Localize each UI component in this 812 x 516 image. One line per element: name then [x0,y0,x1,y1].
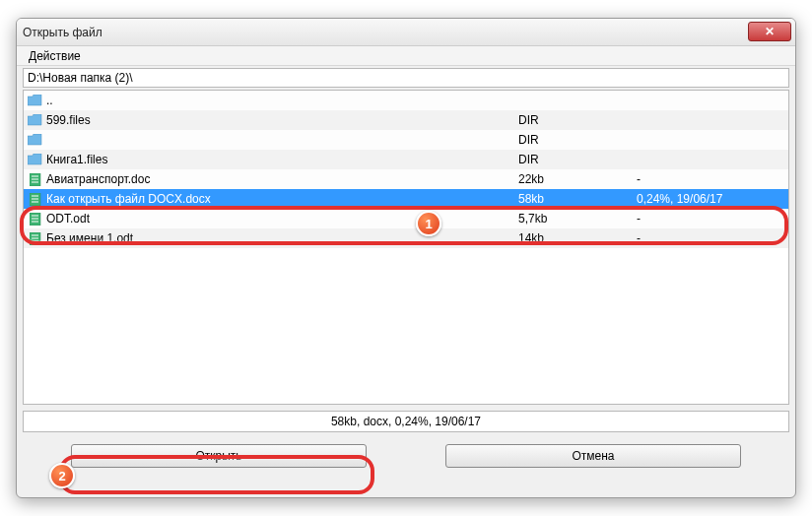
file-date: - [637,231,784,245]
window-title: Открыть файл [23,26,102,39]
file-name: Как открыть файл DOCX.docx [46,192,518,206]
document-icon [28,173,42,186]
file-size: DIR [518,113,637,127]
file-date: - [637,172,784,186]
open-button-label: Открыть [195,449,241,463]
path-text: D:\Новая папка (2)\ [28,71,133,85]
menu-action[interactable]: Действие [23,48,87,64]
file-date: 0,24%, 19/06/17 [637,192,784,206]
document-icon [28,232,42,245]
titlebar: Открыть файл ✕ [17,19,795,46]
close-button[interactable]: ✕ [748,22,791,41]
folder-icon [28,114,42,127]
path-input[interactable]: D:\Новая папка (2)\ [23,68,789,88]
file-name: 599.files [46,113,518,127]
dialog-window: Открыть файл ✕ Действие D:\Новая папка (… [16,18,796,498]
file-size: 22kb [518,172,637,186]
file-row[interactable]: .. [24,91,788,110]
file-row[interactable]: Как открыть файл DOCX.docx58kb0,24%, 19/… [24,189,788,209]
file-row[interactable]: Книга1.filesDIR [24,150,788,169]
file-row[interactable]: DIR [24,130,788,150]
file-size: 14kb [518,231,637,245]
document-icon [28,193,42,206]
status-bar: 58kb, docx, 0,24%, 19/06/17 [23,411,789,432]
file-size: DIR [518,133,637,147]
file-list[interactable]: ..599.filesDIRDIRКнига1.filesDIRАвиатран… [23,90,789,405]
file-name: Без имени 1.odt [46,231,518,245]
cancel-button-label: Отмена [572,449,614,463]
folder-icon [28,154,42,166]
file-row[interactable]: 599.filesDIR [24,110,788,130]
file-name: ODT.odt [46,212,518,226]
file-size: 58kb [518,192,637,206]
button-row: Открыть Отмена [17,432,795,478]
file-row[interactable]: Авиатранспорт.doc22kb- [24,169,788,189]
open-button[interactable]: Открыть [71,444,367,468]
cancel-button[interactable]: Отмена [445,444,741,468]
file-name: .. [46,94,518,107]
document-icon [28,213,42,226]
file-date: - [637,212,784,226]
close-icon: ✕ [765,25,775,38]
file-row[interactable]: Без имени 1.odt14kb- [24,228,788,248]
folder-icon [28,95,42,107]
menubar: Действие [17,46,795,66]
folder-icon [28,134,42,147]
status-text: 58kb, docx, 0,24%, 19/06/17 [331,415,481,428]
file-name: Книга1.files [46,153,518,166]
file-size: DIR [518,153,637,166]
file-name: Авиатранспорт.doc [46,172,518,186]
file-row[interactable]: ODT.odt5,7kb- [24,209,788,228]
file-size: 5,7kb [518,212,637,226]
